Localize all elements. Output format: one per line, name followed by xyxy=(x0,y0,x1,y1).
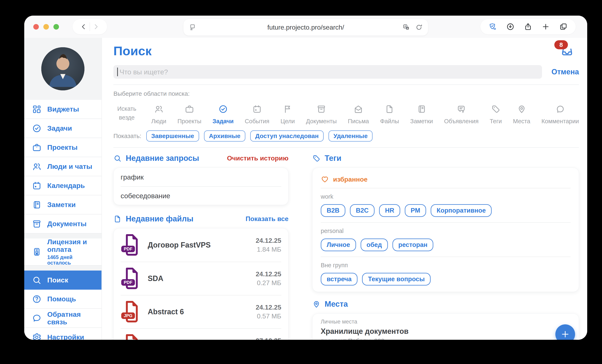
scope-Искать везде[interactable]: Искать везде xyxy=(113,102,140,125)
tag-group-work: work B2BB2CHRPMКорпоративное xyxy=(321,188,570,223)
scope-Документы[interactable]: Документы xyxy=(306,102,337,125)
calendar-icon xyxy=(252,104,262,114)
address-bar[interactable]: future.projecto.pro/search/ Aa xyxy=(183,19,428,35)
sidebar-item-label: Календарь xyxy=(47,182,85,189)
svg-text:JPG: JPG xyxy=(124,313,132,318)
notes-icon xyxy=(417,104,426,114)
scope-Места[interactable]: Места xyxy=(513,102,530,125)
tag-chip-ресторан[interactable]: ресторан xyxy=(392,238,433,251)
avatar-section xyxy=(24,38,101,100)
text-caret xyxy=(117,68,118,76)
people-icon xyxy=(154,104,163,114)
share-icon[interactable] xyxy=(524,22,532,31)
minimize-window-button[interactable] xyxy=(43,24,49,30)
scopes-label: Выберите области поиска: xyxy=(113,90,579,97)
search-box[interactable] xyxy=(113,65,542,79)
file-icon xyxy=(113,215,122,223)
query-row[interactable]: график xyxy=(121,168,281,186)
sidebar-item-label: Задачи xyxy=(47,125,72,132)
tag-chip-PM[interactable]: PM xyxy=(405,204,426,217)
recent-queries-title: Недавние запросы xyxy=(113,154,199,163)
tag-chip-обед[interactable]: обед xyxy=(361,238,388,251)
scope-Объявления[interactable]: Объявления xyxy=(444,102,479,125)
sidebar: Виджеты Задачи Проекты Люди и чаты Кален… xyxy=(24,38,102,340)
tag-icon xyxy=(491,104,501,114)
zoom-window-button[interactable] xyxy=(54,24,59,30)
sidebar-item-Заметки[interactable]: Заметки xyxy=(24,195,101,214)
scope-Письма[interactable]: Письма xyxy=(348,102,369,125)
recent-queries-card: графиксобеседование xyxy=(113,168,289,205)
filter-chip-Доступ унаследован[interactable]: Доступ унаследован xyxy=(250,130,324,141)
file-date: 07.10.25 xyxy=(256,336,281,340)
clear-history-button[interactable]: Очистить историю xyxy=(227,154,289,162)
show-all-files-button[interactable]: Показать все xyxy=(246,215,289,223)
tag-chip-B2C[interactable]: B2C xyxy=(350,204,375,217)
sidebar-item-Люди и чаты[interactable]: Люди и чаты xyxy=(24,157,101,176)
file-row-Договор FastVPS[interactable]: PDF Договор FastVPS 24.12.25 1.84 МБ xyxy=(121,228,281,262)
translate-icon[interactable]: Aa xyxy=(402,24,410,31)
sidebar-item-Виджеты[interactable]: Виджеты xyxy=(24,100,101,119)
tag-chip-Личное[interactable]: Личное xyxy=(321,238,356,251)
place-name[interactable]: Хранилище документов xyxy=(321,327,570,336)
tasks-icon xyxy=(32,124,42,133)
sidebar-item-Документы[interactable]: Документы xyxy=(24,214,101,234)
forward-button[interactable] xyxy=(92,23,100,31)
filter-chip-Архивные[interactable]: Архивные xyxy=(204,130,246,141)
sidebar-item-Календарь[interactable]: Календарь xyxy=(24,176,101,195)
tag-group-personal: personal Личноеобедресторан xyxy=(321,223,570,257)
new-tab-icon[interactable] xyxy=(542,22,550,31)
sidebar-item-Помощь[interactable]: Помощь xyxy=(24,290,101,309)
query-row[interactable]: собеседование xyxy=(121,186,281,205)
places-title-text: Места xyxy=(325,300,348,309)
favorite-tags-row[interactable]: избранное xyxy=(321,173,570,188)
scope-Задачи[interactable]: Задачи xyxy=(213,102,234,125)
tag-chip-Текущие вопросы[interactable]: Текущие вопросы xyxy=(362,273,431,286)
downloads-icon[interactable] xyxy=(506,22,515,31)
reload-icon[interactable] xyxy=(415,24,423,31)
scope-Цели[interactable]: Цели xyxy=(280,102,295,125)
filter-chips: ЗавершенныеАрхивныеДоступ унаследованУда… xyxy=(146,130,373,141)
recent-queries-title-text: Недавние запросы xyxy=(126,154,199,163)
feedback-icon xyxy=(32,313,42,323)
sidebar-item-label: Проекты xyxy=(47,144,78,151)
cancel-button[interactable]: Отмена xyxy=(551,68,579,76)
sidebar-item-Настройки[interactable]: Настройки xyxy=(24,328,101,340)
sidebar-item-Поиск[interactable]: Поиск xyxy=(24,270,101,290)
scope-Заметки[interactable]: Заметки xyxy=(410,102,433,125)
filter-chip-Завершенные[interactable]: Завершенные xyxy=(146,130,199,141)
scope-Комментарии[interactable]: Комментарии xyxy=(541,102,579,125)
scope-Файлы[interactable]: Файлы xyxy=(380,102,399,125)
sidebar-item-Лицензия и оплата[interactable]: Лицензия и оплата1465 дней осталось xyxy=(24,238,101,266)
sidebar-spacer xyxy=(24,266,101,270)
jpg-file-icon: JPG xyxy=(121,300,141,323)
close-window-button[interactable] xyxy=(33,24,39,30)
tag-chip-встреча[interactable]: встреча xyxy=(321,273,357,286)
tab-overview-icon[interactable] xyxy=(559,22,568,31)
file-row-IMG_0007[interactable]: JPG IMG_0007 07.10.25 0.42 МБ xyxy=(121,328,281,340)
sidebar-item-Задачи[interactable]: Задачи xyxy=(24,119,101,138)
pdf-file-icon: PDF xyxy=(121,234,141,257)
filter-chip-Удаленные[interactable]: Удаленные xyxy=(329,130,373,141)
scope-Проекты[interactable]: Проекты xyxy=(178,102,201,125)
user-avatar[interactable] xyxy=(41,47,85,90)
tag-chip-HR[interactable]: HR xyxy=(379,204,400,217)
help-icon xyxy=(32,294,42,304)
back-button[interactable] xyxy=(80,23,87,31)
sidebar-item-Проекты[interactable]: Проекты xyxy=(24,138,101,157)
tag-chip-Корпоративное[interactable]: Корпоративное xyxy=(431,204,492,217)
favorite-label: избранное xyxy=(333,176,367,183)
sidebar-item-Обратная связь[interactable]: Обратная связь xyxy=(24,309,101,328)
file-row-Abstract 6[interactable]: JPG Abstract 6 24.12.25 0.57 МБ xyxy=(121,295,281,328)
scope-События[interactable]: События xyxy=(245,102,269,125)
search-input[interactable] xyxy=(119,68,538,76)
scope-label: Цели xyxy=(280,118,295,125)
browser-window: future.projecto.pro/search/ Aa M xyxy=(24,16,587,340)
privacy-shield-icon[interactable]: M xyxy=(489,22,497,31)
file-date: 24.12.25 xyxy=(256,303,281,312)
inbox-button[interactable]: 8 xyxy=(560,45,574,58)
file-row-SDA[interactable]: PDF SDA 24.12.25 0.27 МБ xyxy=(121,262,281,295)
file-name: Abstract 6 xyxy=(148,308,249,316)
tag-chip-B2B[interactable]: B2B xyxy=(321,204,345,217)
scope-Люди[interactable]: Люди xyxy=(151,102,166,125)
scope-Теги[interactable]: Теги xyxy=(490,102,502,125)
